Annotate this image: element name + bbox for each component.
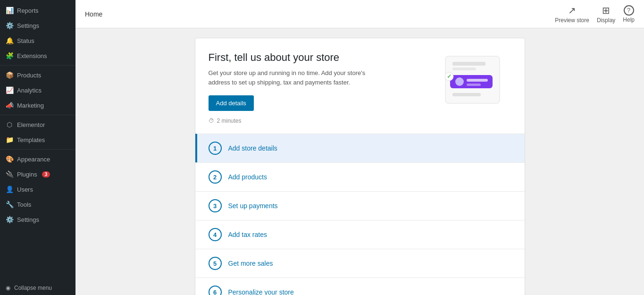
sidebar-item-tools[interactable]: 🔧 Tools	[0, 197, 75, 212]
breadcrumb: Home	[85, 10, 102, 18]
svg-rect-6	[467, 84, 481, 86]
step-1[interactable]: 1 Add store details	[195, 134, 525, 162]
help-button[interactable]: ? Help	[623, 5, 635, 23]
step-1-label: Add store details	[228, 144, 277, 152]
elementor-icon: ⬡	[6, 121, 13, 128]
preview-store-icon: ↗	[568, 5, 576, 16]
sidebar-item-status[interactable]: 🔔 Status	[0, 33, 75, 48]
topbar: Home ↗ Preview store ⊞ Display ? Help	[75, 0, 644, 28]
sidebar-item-settings-top[interactable]: ⚙️ Settings	[0, 18, 75, 33]
plugins-badge: 3	[42, 171, 50, 177]
sidebar-item-analytics[interactable]: 📈 Analytics	[0, 83, 75, 98]
templates-icon: 📁	[6, 136, 13, 143]
sidebar-item-reports[interactable]: 📊 Reports	[0, 3, 75, 18]
svg-rect-2	[452, 67, 476, 70]
settings-bottom-icon: ⚙️	[6, 216, 13, 223]
sidebar-item-appearance[interactable]: 🎨 Appearance	[0, 152, 75, 167]
step-6[interactable]: 6 Personalize your store	[195, 278, 525, 295]
step-2[interactable]: 2 Add products	[195, 162, 525, 191]
sidebar-item-plugins[interactable]: 🔌 Plugins 3	[0, 167, 75, 182]
help-icon: ?	[624, 5, 634, 16]
clock-icon: ⏱	[209, 118, 214, 124]
store-intro-illustration: ✓	[436, 51, 511, 110]
plugins-icon: 🔌	[6, 170, 13, 178]
collapse-icon: ◉	[6, 285, 10, 291]
main-area: Home ↗ Preview store ⊞ Display ? Help	[75, 0, 644, 295]
reports-icon: 📊	[6, 7, 13, 14]
svg-rect-5	[467, 79, 488, 82]
analytics-icon: 📈	[6, 86, 13, 94]
step-6-circle: 6	[209, 286, 222, 295]
sidebar-divider2	[0, 115, 75, 115]
step-6-label: Personalize your store	[228, 288, 294, 295]
display-icon: ⊞	[602, 5, 610, 16]
preview-store-button[interactable]: ↗ Preview store	[555, 5, 589, 24]
store-intro-heading: First, tell us about your store	[209, 51, 427, 64]
sidebar-item-elementor[interactable]: ⬡ Elementor	[0, 117, 75, 132]
topbar-actions: ↗ Preview store ⊞ Display ? Help	[555, 5, 635, 24]
step-5-circle: 5	[209, 257, 222, 270]
svg-text:✓: ✓	[447, 73, 452, 80]
sidebar-item-settings-bottom[interactable]: ⚙️ Settings	[0, 212, 75, 227]
svg-rect-1	[452, 62, 485, 66]
products-icon: 📦	[6, 71, 13, 79]
tools-icon: 🔧	[6, 201, 13, 208]
step-5-label: Get more sales	[228, 260, 273, 267]
sidebar-item-marketing[interactable]: 📣 Marketing	[0, 98, 75, 113]
step-3[interactable]: 3 Set up payments	[195, 191, 525, 220]
store-illustration-svg: ✓	[436, 51, 507, 108]
sidebar: 📊 Reports ⚙️ Settings 🔔 Status 🧩 Extensi…	[0, 0, 75, 295]
step-1-circle: 1	[209, 142, 222, 155]
store-intro-description: Get your store up and running in no time…	[209, 68, 388, 87]
step-4[interactable]: 4 Add tax rates	[195, 220, 525, 249]
step-2-circle: 2	[209, 170, 222, 184]
collapse-menu-button[interactable]: ◉ Collapse menu	[0, 281, 75, 295]
marketing-icon: 📣	[6, 101, 13, 109]
add-details-button[interactable]: Add details	[209, 95, 254, 111]
time-estimate: ⏱ 2 minutes	[209, 118, 427, 124]
sidebar-item-extensions[interactable]: 🧩 Extensions	[0, 48, 75, 63]
extensions-icon: 🧩	[6, 52, 13, 59]
step-4-circle: 4	[209, 228, 222, 241]
step-3-circle: 3	[209, 199, 222, 212]
sidebar-divider	[0, 65, 75, 66]
step-3-label: Set up payments	[228, 202, 278, 210]
sidebar-divider3	[0, 149, 75, 150]
settings-top-icon: ⚙️	[6, 22, 13, 29]
svg-point-4	[455, 77, 464, 86]
store-intro-left: First, tell us about your store Get your…	[209, 51, 427, 124]
display-button[interactable]: ⊞ Display	[597, 5, 615, 24]
step-4-label: Add tax rates	[228, 231, 268, 238]
step-5[interactable]: 5 Get more sales	[195, 249, 525, 278]
sidebar-item-products[interactable]: 📦 Products	[0, 67, 75, 83]
svg-rect-7	[452, 93, 481, 96]
store-intro-section: First, tell us about your store Get your…	[195, 38, 525, 134]
sidebar-item-users[interactable]: 👤 Users	[0, 182, 75, 197]
users-icon: 👤	[6, 185, 13, 193]
appearance-icon: 🎨	[6, 155, 13, 163]
status-icon: 🔔	[6, 37, 13, 44]
step-2-label: Add products	[228, 173, 268, 181]
sidebar-item-templates[interactable]: 📁 Templates	[0, 132, 75, 147]
setup-card: First, tell us about your store Get your…	[195, 38, 525, 295]
content-area: First, tell us about your store Get your…	[75, 28, 644, 295]
